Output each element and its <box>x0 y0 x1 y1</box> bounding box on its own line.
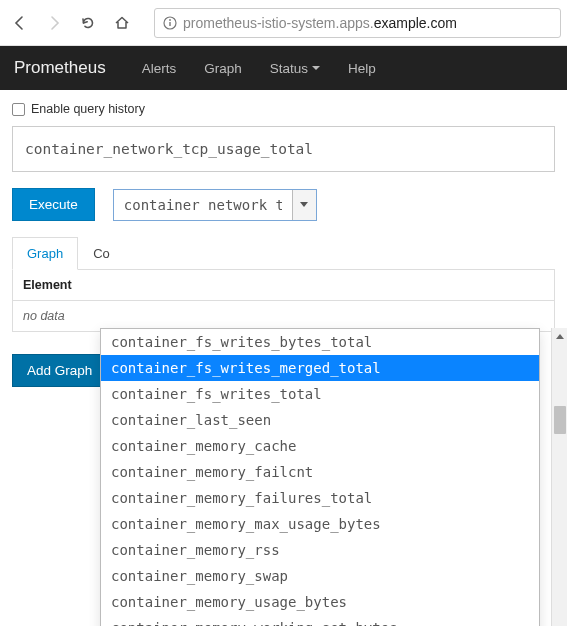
address-bar[interactable]: prometheus-istio-system.apps.example.com <box>154 8 561 38</box>
enable-history-label: Enable query history <box>31 102 145 116</box>
dropdown-item[interactable]: container_last_seen <box>101 407 539 433</box>
metric-combobox-toggle[interactable] <box>292 190 316 220</box>
svg-rect-1 <box>169 22 170 26</box>
dropdown-item[interactable]: container_fs_writes_merged_total <box>101 355 539 381</box>
dropdown-scrollbar[interactable] <box>551 328 567 626</box>
nav-status[interactable]: Status <box>256 61 334 76</box>
dropdown-item[interactable]: container_memory_rss <box>101 537 539 563</box>
url-text: prometheus-istio-system.apps.example.com <box>183 15 457 31</box>
dropdown-item[interactable]: container_memory_working_set_bytes <box>101 615 539 626</box>
table-header-element: Element <box>13 270 554 301</box>
dropdown-item[interactable]: container_memory_cache <box>101 433 539 459</box>
dropdown-item[interactable]: container_fs_writes_total <box>101 381 539 407</box>
forward-arrow-icon <box>46 15 62 31</box>
metric-combobox-input[interactable] <box>114 190 292 220</box>
info-icon <box>163 16 177 30</box>
metric-dropdown: container_fs_writes_bytes_totalcontainer… <box>100 328 540 626</box>
dropdown-item[interactable]: container_memory_failcnt <box>101 459 539 485</box>
tab-graph[interactable]: Graph <box>12 237 78 270</box>
scrollbar-thumb[interactable] <box>554 406 566 434</box>
nav-alerts[interactable]: Alerts <box>128 61 191 76</box>
nav-status-label: Status <box>270 61 308 76</box>
reload-button[interactable] <box>74 9 102 37</box>
content-area: Enable query history container_network_t… <box>0 90 567 387</box>
brand-title: Prometheus <box>14 58 106 78</box>
execute-button[interactable]: Execute <box>12 188 95 221</box>
scrollbar-up-button[interactable] <box>552 328 567 344</box>
dropdown-item[interactable]: container_memory_swap <box>101 563 539 589</box>
dropdown-item[interactable]: container_fs_writes_bytes_total <box>101 329 539 355</box>
main-nav: Prometheus Alerts Graph Status Help <box>0 46 567 90</box>
chevron-down-icon <box>312 66 320 70</box>
home-button[interactable] <box>108 9 136 37</box>
forward-button <box>40 9 68 37</box>
dropdown-item[interactable]: container_memory_max_usage_bytes <box>101 511 539 537</box>
back-arrow-icon <box>12 15 28 31</box>
home-icon <box>114 15 130 31</box>
result-table: Element no data <box>12 270 555 332</box>
chevron-down-icon <box>300 202 308 207</box>
back-button[interactable] <box>6 9 34 37</box>
execute-row: Execute <box>12 188 555 221</box>
browser-toolbar: prometheus-istio-system.apps.example.com <box>0 0 567 46</box>
query-expression-input[interactable]: container_network_tcp_usage_total <box>12 126 555 172</box>
nav-help[interactable]: Help <box>334 61 390 76</box>
result-tabs: Graph Co <box>12 237 555 270</box>
dropdown-item[interactable]: container_memory_failures_total <box>101 485 539 511</box>
enable-history-checkbox[interactable] <box>12 103 25 116</box>
tab-console[interactable]: Co <box>78 237 125 269</box>
dropdown-item[interactable]: container_memory_usage_bytes <box>101 589 539 615</box>
svg-point-2 <box>169 19 171 21</box>
chevron-up-icon <box>556 334 564 339</box>
history-toggle-row: Enable query history <box>12 102 555 116</box>
table-empty-row: no data <box>13 301 554 331</box>
reload-icon <box>80 15 96 31</box>
nav-graph[interactable]: Graph <box>190 61 256 76</box>
add-graph-button[interactable]: Add Graph <box>12 354 107 387</box>
metric-combobox <box>113 189 317 221</box>
